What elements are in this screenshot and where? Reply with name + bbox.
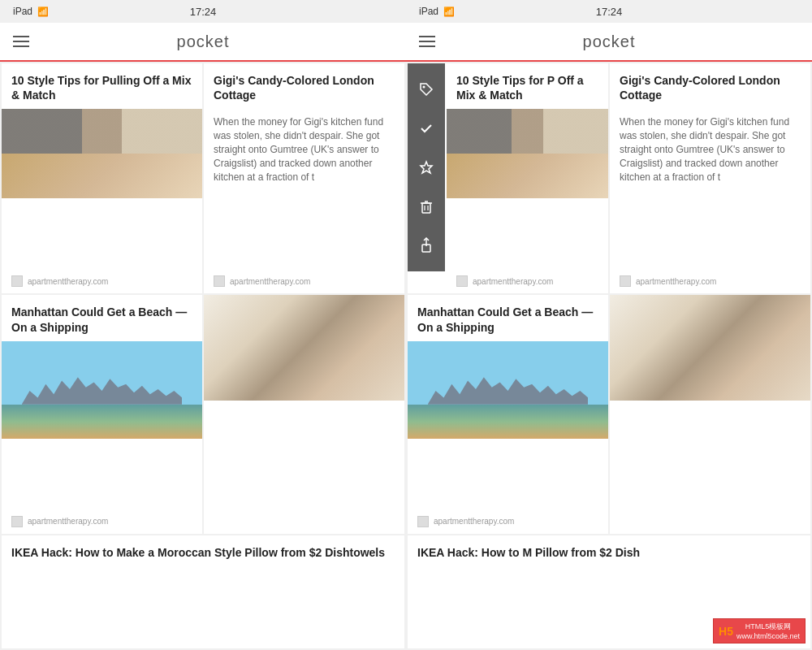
right-screen: iPad 📶 17:24 pocket xyxy=(406,0,812,650)
trash-icon xyxy=(418,198,434,214)
status-bar-left: iPad 📶 17:24 xyxy=(0,0,406,23)
card-gigi-desc: When the money for Gigi's kitchen fund w… xyxy=(204,109,404,190)
left-screen: iPad 📶 17:24 pocket 10 Style Tips for Pu… xyxy=(0,0,406,650)
time-left: 17:24 xyxy=(190,6,217,18)
time-right: 17:24 xyxy=(596,6,623,18)
content-area-left: 10 Style Tips for Pulling Off a Mix & Ma… xyxy=(0,62,406,650)
card-gigi-footer: apartmenttherapy.com xyxy=(204,271,404,293)
card-ikea-img-image xyxy=(204,295,404,401)
favicon-style-tips xyxy=(11,275,23,287)
svg-marker-1 xyxy=(421,162,432,173)
card-style-tips-r-image xyxy=(447,109,608,198)
overlay-star-button[interactable] xyxy=(408,148,445,187)
status-left-right: iPad 📶 xyxy=(419,6,455,17)
status-left: iPad 📶 xyxy=(13,6,49,17)
overlay-tag-button[interactable] xyxy=(408,70,445,109)
star-icon xyxy=(418,159,434,176)
card-gigi-r-desc: When the money for Gigi's kitchen fund w… xyxy=(610,109,810,190)
card-ikea-img[interactable] xyxy=(204,295,404,533)
content-area-right: 10 Style Tips for P Off a Mix & Match ap… xyxy=(406,62,812,650)
ipad-label-right: iPad xyxy=(419,6,438,17)
card-manhattan-r-source: apartmenttherapy.com xyxy=(434,517,514,526)
card-gigi-r[interactable]: Gigi's Candy-Colored London Cottage When… xyxy=(610,63,810,293)
card-ikea-hack[interactable]: IKEA Hack: How to Make a Moroccan Style … xyxy=(2,535,404,648)
card-manhattan-r-footer: apartmenttherapy.com xyxy=(408,511,608,534)
status-bar-right: iPad 📶 17:24 xyxy=(406,0,812,23)
card-style-tips-r-title: 10 Style Tips for P Off a Mix & Match xyxy=(447,63,608,109)
card-style-tips-footer: apartmenttherapy.com xyxy=(2,271,202,293)
svg-point-0 xyxy=(423,86,425,89)
card-manhattan-footer: apartmenttherapy.com xyxy=(2,511,202,534)
card-manhattan-title: Manhattan Could Get a Beach — On a Shipp… xyxy=(2,295,202,340)
app-title-right: pocket xyxy=(583,32,636,51)
wifi-icon-right: 📶 xyxy=(443,6,455,17)
overlay-trash-button[interactable] xyxy=(408,187,445,226)
favicon-style-tips-r xyxy=(456,275,468,287)
card-ikea-img-r[interactable] xyxy=(610,295,810,533)
menu-button-left[interactable] xyxy=(13,36,29,47)
share-icon xyxy=(418,237,434,254)
card-style-tips-r-footer: apartmenttherapy.com xyxy=(447,271,608,293)
wifi-icon: 📶 xyxy=(37,6,49,17)
card-gigi-r-source: apartmenttherapy.com xyxy=(636,277,716,286)
card-ikea-hack-title: IKEA Hack: How to Make a Moroccan Style … xyxy=(2,535,404,566)
card-ikea-img-r-image xyxy=(610,295,810,401)
card-style-tips-source: apartmenttherapy.com xyxy=(28,277,108,286)
card-style-tips-r-source: apartmenttherapy.com xyxy=(473,277,553,286)
card-ikea-hack-r-title: IKEA Hack: How to M Pillow from $2 Dish xyxy=(408,535,810,566)
card-manhattan-source: apartmenttherapy.com xyxy=(28,517,108,526)
card-gigi-r-footer: apartmenttherapy.com xyxy=(610,271,810,293)
app-title-left: pocket xyxy=(177,32,230,51)
tag-icon xyxy=(418,81,434,98)
menu-button-right[interactable] xyxy=(419,36,435,47)
card-style-tips-image xyxy=(2,109,202,198)
check-icon xyxy=(418,120,434,136)
card-manhattan[interactable]: Manhattan Could Get a Beach — On a Shipp… xyxy=(2,295,202,533)
card-style-tips-title: 10 Style Tips for Pulling Off a Mix & Ma… xyxy=(2,63,202,109)
card-gigi-r-title: Gigi's Candy-Colored London Cottage xyxy=(610,63,810,109)
ipad-label: iPad xyxy=(13,6,32,17)
svg-rect-2 xyxy=(422,203,430,213)
context-menu-overlay xyxy=(408,63,445,271)
watermark-html5: H5 HTML5模板网 www.html5code.net xyxy=(719,622,800,640)
favicon-gigi xyxy=(214,275,225,287)
overlay-share-button[interactable] xyxy=(408,226,445,265)
card-gigi-title: Gigi's Candy-Colored London Cottage xyxy=(204,63,404,109)
favicon-gigi-r xyxy=(620,275,631,287)
watermark-line2: www.html5code.net xyxy=(736,632,800,640)
overlay-check-button[interactable] xyxy=(408,109,445,148)
card-manhattan-r[interactable]: Manhattan Could Get a Beach — On a Shipp… xyxy=(408,295,608,533)
card-gigi-source: apartmenttherapy.com xyxy=(230,277,310,286)
top-bar-right: pocket xyxy=(406,23,812,62)
card-manhattan-image xyxy=(2,341,202,439)
card-manhattan-r-image xyxy=(408,341,608,439)
top-bar-left: pocket xyxy=(0,23,406,62)
favicon-manhattan xyxy=(11,516,23,527)
card-manhattan-r-title: Manhattan Could Get a Beach — On a Shipp… xyxy=(408,295,608,340)
watermark: H5 HTML5模板网 www.html5code.net xyxy=(713,618,806,644)
watermark-line1: HTML5模板网 xyxy=(736,622,800,632)
favicon-manhattan-r xyxy=(417,516,429,527)
card-gigi[interactable]: Gigi's Candy-Colored London Cottage When… xyxy=(204,63,404,293)
card-style-tips[interactable]: 10 Style Tips for Pulling Off a Mix & Ma… xyxy=(2,63,202,293)
